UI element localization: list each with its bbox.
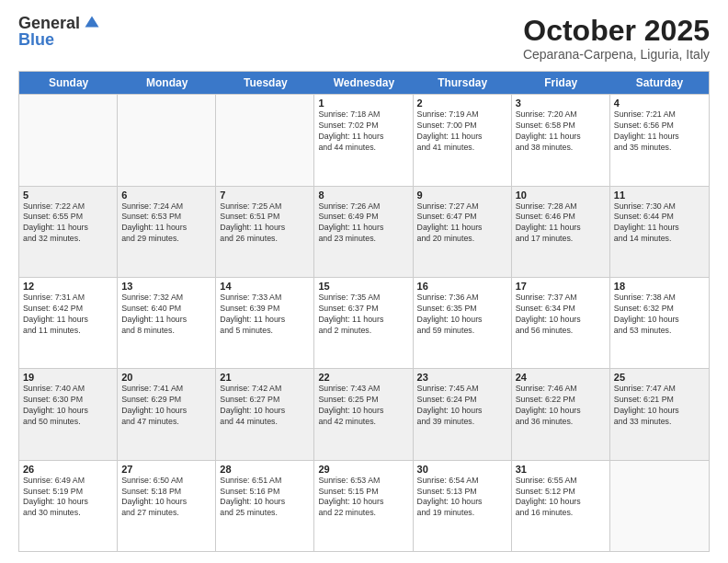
weekday-wednesday: Wednesday	[314, 72, 413, 94]
cell-info: Sunrise: 7:32 AM Sunset: 6:40 PM Dayligh…	[121, 293, 211, 337]
day-number: 26	[23, 464, 113, 475]
cell-info: Sunrise: 6:53 AM Sunset: 5:15 PM Dayligh…	[318, 476, 408, 520]
cell-info: Sunrise: 7:18 AM Sunset: 7:02 PM Dayligh…	[318, 109, 408, 154]
calendar-cell-4-0: 26Sunrise: 6:49 AM Sunset: 5:19 PM Dayli…	[19, 461, 118, 551]
svg-marker-0	[85, 17, 99, 28]
day-number: 31	[516, 464, 606, 475]
weekday-saturday: Saturday	[610, 72, 709, 94]
calendar-cell-4-5: 31Sunrise: 6:55 AM Sunset: 5:12 PM Dayli…	[512, 461, 610, 551]
page: General Blue October 2025 Ceparana-Carpe…	[0, 0, 728, 563]
cell-info: Sunrise: 7:36 AM Sunset: 6:35 PM Dayligh…	[417, 293, 507, 337]
logo-icon	[84, 15, 100, 31]
calendar-cell-3-5: 24Sunrise: 7:46 AM Sunset: 6:22 PM Dayli…	[512, 369, 610, 459]
cell-info: Sunrise: 7:28 AM Sunset: 6:46 PM Dayligh…	[516, 201, 606, 246]
calendar-cell-4-2: 28Sunrise: 6:51 AM Sunset: 5:16 PM Dayli…	[216, 461, 314, 551]
calendar-cell-1-1: 6Sunrise: 7:24 AM Sunset: 6:53 PM Daylig…	[118, 187, 216, 277]
cell-info: Sunrise: 7:22 AM Sunset: 6:55 PM Dayligh…	[23, 201, 113, 246]
day-number: 23	[417, 372, 507, 383]
cell-info: Sunrise: 7:35 AM Sunset: 6:37 PM Dayligh…	[318, 293, 408, 337]
day-number: 1	[318, 98, 408, 109]
calendar-cell-0-3: 1Sunrise: 7:18 AM Sunset: 7:02 PM Daylig…	[314, 95, 413, 185]
calendar-cell-0-4: 2Sunrise: 7:19 AM Sunset: 7:00 PM Daylig…	[414, 95, 512, 185]
calendar-cell-4-3: 29Sunrise: 6:53 AM Sunset: 5:15 PM Dayli…	[314, 461, 413, 551]
day-number: 27	[121, 464, 211, 475]
cell-info: Sunrise: 7:30 AM Sunset: 6:44 PM Dayligh…	[614, 201, 705, 246]
calendar-cell-3-4: 23Sunrise: 7:45 AM Sunset: 6:24 PM Dayli…	[414, 369, 512, 459]
day-number: 10	[516, 190, 606, 201]
calendar-cell-2-3: 15Sunrise: 7:35 AM Sunset: 6:37 PM Dayli…	[314, 278, 413, 368]
day-number: 7	[220, 190, 310, 201]
calendar-cell-1-6: 11Sunrise: 7:30 AM Sunset: 6:44 PM Dayli…	[610, 187, 709, 277]
weekday-sunday: Sunday	[19, 72, 118, 94]
day-number: 24	[516, 372, 606, 383]
day-number: 17	[516, 281, 606, 292]
calendar-cell-2-0: 12Sunrise: 7:31 AM Sunset: 6:42 PM Dayli…	[19, 278, 118, 368]
day-number: 13	[121, 281, 211, 292]
calendar-cell-4-4: 30Sunrise: 6:54 AM Sunset: 5:13 PM Dayli…	[414, 461, 512, 551]
cell-info: Sunrise: 7:20 AM Sunset: 6:58 PM Dayligh…	[516, 109, 606, 154]
day-number: 28	[220, 464, 310, 475]
calendar-cell-0-2	[216, 95, 314, 185]
day-number: 22	[318, 372, 408, 383]
location-subtitle: Ceparana-Carpena, Liguria, Italy	[523, 47, 710, 62]
calendar-cell-2-4: 16Sunrise: 7:36 AM Sunset: 6:35 PM Dayli…	[414, 278, 512, 368]
header: General Blue October 2025 Ceparana-Carpe…	[18, 15, 710, 62]
calendar-cell-2-2: 14Sunrise: 7:33 AM Sunset: 6:39 PM Dayli…	[216, 278, 314, 368]
calendar-cell-1-4: 9Sunrise: 7:27 AM Sunset: 6:47 PM Daylig…	[414, 187, 512, 277]
calendar-cell-2-1: 13Sunrise: 7:32 AM Sunset: 6:40 PM Dayli…	[118, 278, 216, 368]
weekday-thursday: Thursday	[414, 72, 512, 94]
calendar-cell-2-5: 17Sunrise: 7:37 AM Sunset: 6:34 PM Dayli…	[512, 278, 610, 368]
cell-info: Sunrise: 7:41 AM Sunset: 6:29 PM Dayligh…	[121, 384, 211, 428]
title-area: October 2025 Ceparana-Carpena, Liguria, …	[523, 15, 710, 62]
calendar-row-4: 26Sunrise: 6:49 AM Sunset: 5:19 PM Dayli…	[19, 460, 709, 551]
calendar-cell-3-1: 20Sunrise: 7:41 AM Sunset: 6:29 PM Dayli…	[118, 369, 216, 459]
calendar-row-0: 1Sunrise: 7:18 AM Sunset: 7:02 PM Daylig…	[19, 94, 709, 185]
cell-info: Sunrise: 7:26 AM Sunset: 6:49 PM Dayligh…	[318, 201, 408, 246]
day-number: 6	[121, 190, 211, 201]
day-number: 2	[417, 98, 507, 109]
calendar-row-3: 19Sunrise: 7:40 AM Sunset: 6:30 PM Dayli…	[19, 368, 709, 459]
month-title: October 2025	[523, 15, 710, 47]
day-number: 29	[318, 464, 408, 475]
cell-info: Sunrise: 7:37 AM Sunset: 6:34 PM Dayligh…	[516, 293, 606, 337]
calendar-row-2: 12Sunrise: 7:31 AM Sunset: 6:42 PM Dayli…	[19, 277, 709, 368]
cell-info: Sunrise: 7:19 AM Sunset: 7:00 PM Dayligh…	[417, 109, 507, 154]
day-number: 11	[614, 190, 705, 201]
day-number: 3	[516, 98, 606, 109]
day-number: 16	[417, 281, 507, 292]
calendar-header: Sunday Monday Tuesday Wednesday Thursday…	[19, 72, 709, 94]
day-number: 25	[614, 372, 705, 383]
cell-info: Sunrise: 7:31 AM Sunset: 6:42 PM Dayligh…	[23, 293, 113, 337]
calendar-body: 1Sunrise: 7:18 AM Sunset: 7:02 PM Daylig…	[19, 94, 709, 551]
cell-info: Sunrise: 7:33 AM Sunset: 6:39 PM Dayligh…	[220, 293, 310, 337]
day-number: 5	[23, 190, 113, 201]
day-number: 19	[23, 372, 113, 383]
calendar: Sunday Monday Tuesday Wednesday Thursday…	[18, 71, 710, 552]
calendar-cell-3-2: 21Sunrise: 7:42 AM Sunset: 6:27 PM Dayli…	[216, 369, 314, 459]
cell-info: Sunrise: 7:25 AM Sunset: 6:51 PM Dayligh…	[220, 201, 310, 246]
calendar-cell-3-3: 22Sunrise: 7:43 AM Sunset: 6:25 PM Dayli…	[314, 369, 413, 459]
calendar-cell-4-6	[610, 461, 709, 551]
cell-info: Sunrise: 6:49 AM Sunset: 5:19 PM Dayligh…	[23, 476, 113, 520]
calendar-cell-0-6: 4Sunrise: 7:21 AM Sunset: 6:56 PM Daylig…	[610, 95, 709, 185]
logo-blue-text: Blue	[18, 31, 54, 48]
weekday-monday: Monday	[118, 72, 216, 94]
cell-info: Sunrise: 7:46 AM Sunset: 6:22 PM Dayligh…	[516, 384, 606, 428]
cell-info: Sunrise: 6:50 AM Sunset: 5:18 PM Dayligh…	[121, 476, 211, 520]
day-number: 12	[23, 281, 113, 292]
calendar-cell-4-1: 27Sunrise: 6:50 AM Sunset: 5:18 PM Dayli…	[118, 461, 216, 551]
cell-info: Sunrise: 6:51 AM Sunset: 5:16 PM Dayligh…	[220, 476, 310, 520]
day-number: 15	[318, 281, 408, 292]
calendar-cell-1-0: 5Sunrise: 7:22 AM Sunset: 6:55 PM Daylig…	[19, 187, 118, 277]
logo: General Blue	[18, 15, 100, 48]
cell-info: Sunrise: 7:38 AM Sunset: 6:32 PM Dayligh…	[614, 293, 705, 337]
calendar-cell-0-1	[118, 95, 216, 185]
weekday-friday: Friday	[512, 72, 610, 94]
day-number: 30	[417, 464, 507, 475]
calendar-cell-1-5: 10Sunrise: 7:28 AM Sunset: 6:46 PM Dayli…	[512, 187, 610, 277]
cell-info: Sunrise: 7:40 AM Sunset: 6:30 PM Dayligh…	[23, 384, 113, 428]
cell-info: Sunrise: 7:21 AM Sunset: 6:56 PM Dayligh…	[614, 109, 705, 154]
day-number: 4	[614, 98, 705, 109]
calendar-cell-1-2: 7Sunrise: 7:25 AM Sunset: 6:51 PM Daylig…	[216, 187, 314, 277]
cell-info: Sunrise: 7:27 AM Sunset: 6:47 PM Dayligh…	[417, 201, 507, 246]
